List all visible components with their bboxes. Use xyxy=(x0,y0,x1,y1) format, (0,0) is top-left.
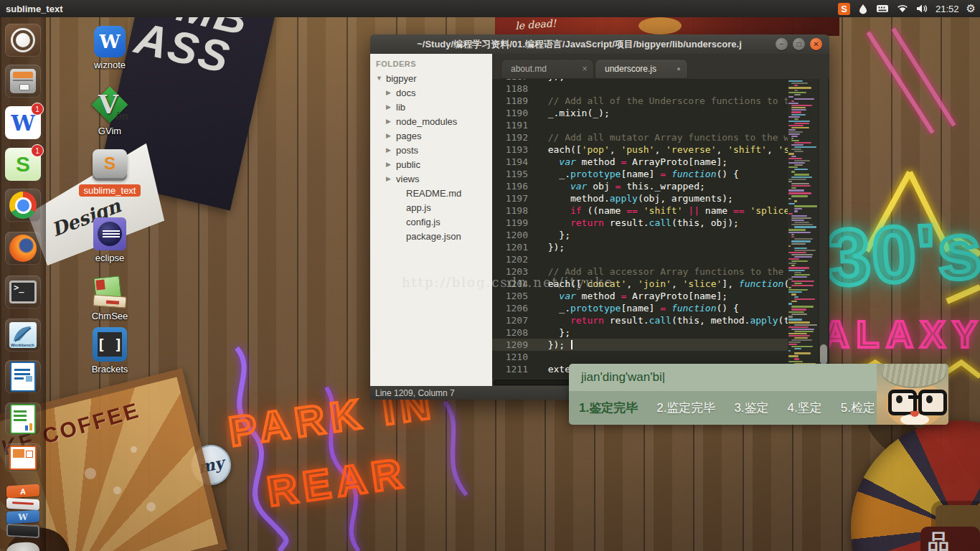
window-title: ~/Study/编程学习资料/01.编程语言/JavaScript/项目/big… xyxy=(370,38,770,51)
code-line-1190[interactable]: 1190 _.mixin(_); xyxy=(492,107,788,119)
code-line-1206[interactable]: 1206 _.prototype[name] = function() { xyxy=(492,302,788,314)
code-line-1188[interactable]: 1188 xyxy=(492,83,788,95)
notification-badge: 1 xyxy=(31,103,44,116)
code-line-1202[interactable]: 1202 xyxy=(492,253,788,265)
launcher-folded-a[interactable]: A xyxy=(6,484,39,498)
tab-close-icon[interactable]: × xyxy=(575,64,594,74)
top-menu-bar: sublime_text S 21:52 ⚙ xyxy=(0,0,980,17)
wifi-icon[interactable] xyxy=(896,4,909,14)
launcher-folded-dark[interactable] xyxy=(6,524,39,538)
code-line-1194[interactable]: 1194 var method = ArrayProto[name]; xyxy=(492,156,788,168)
maximize-button[interactable]: □ xyxy=(793,38,805,50)
tree-label: node_modules xyxy=(396,116,457,127)
code-editor[interactable]: 1187 });11881189 // Add all of the Under… xyxy=(492,79,788,379)
tab-about.md[interactable]: about.md× xyxy=(501,59,594,79)
tab-underscore.js[interactable]: underscore.js● xyxy=(595,59,688,79)
launcher-terminal[interactable]: >_ xyxy=(5,276,41,309)
line-number: 1204 xyxy=(492,278,537,290)
sidebar-root-bigpyer[interactable]: ▼bigpyer xyxy=(370,71,492,85)
vertical-scrollbar[interactable] xyxy=(819,79,828,379)
sublime-tray-icon[interactable]: S xyxy=(838,3,850,15)
code-line-1191[interactable]: 1191 xyxy=(492,119,788,131)
desktop-icon-wiznote[interactable]: W wiznote xyxy=(77,26,142,70)
vertical-scroll-thumb[interactable] xyxy=(820,344,827,364)
code-line-1204[interactable]: 1204 each(['concat', 'join', 'slice'], f… xyxy=(492,278,788,290)
line-number: 1191 xyxy=(492,119,537,131)
line-number: 1199 xyxy=(492,217,537,229)
line-number: 1200 xyxy=(492,229,537,241)
desktop-icon-eclipse[interactable]: eclipse xyxy=(77,217,142,263)
sidebar-folder-posts[interactable]: ▶posts xyxy=(370,143,492,157)
code-line-1195[interactable]: 1195 _.prototype[name] = function() { xyxy=(492,168,788,180)
code-line-1193[interactable]: 1193 each(['pop', 'push', 'reverse', 'sh… xyxy=(492,143,788,156)
code-line-1201[interactable]: 1201 }); xyxy=(492,241,788,253)
ime-candidate-2[interactable]: 2.监定完毕 xyxy=(656,400,715,416)
session-gear-icon[interactable]: ⚙ xyxy=(966,2,976,15)
tree-arrow-icon: ▶ xyxy=(386,175,393,182)
code-line-1209[interactable]: 1209 }); xyxy=(492,339,788,351)
launcher-wps-spreadsheet[interactable]: S 1 xyxy=(5,148,41,181)
tab-label: about.md xyxy=(501,64,575,74)
keyboard-input-icon[interactable] xyxy=(876,4,889,14)
code-line-1197[interactable]: 1197 method.apply(obj, arguments); xyxy=(492,192,788,204)
launcher-lo-calc[interactable] xyxy=(5,402,41,435)
launcher-folded-w[interactable]: W xyxy=(6,510,39,524)
launcher-folded-pen[interactable] xyxy=(6,498,39,510)
sidebar-file-app.js[interactable]: app.js xyxy=(370,200,492,215)
line-number: 1196 xyxy=(492,180,537,192)
cloud-icon[interactable] xyxy=(857,3,869,14)
tab-dirty-dot-icon[interactable]: ● xyxy=(669,65,688,72)
sidebar-file-config.js[interactable]: config.js xyxy=(370,215,492,229)
launcher-dash[interactable] xyxy=(5,24,41,57)
minimize-button[interactable]: − xyxy=(776,38,788,50)
sidebar-folder-node_modules[interactable]: ▶node_modules xyxy=(370,114,492,128)
clock[interactable]: 21:52 xyxy=(936,4,959,14)
volume-icon[interactable] xyxy=(916,4,928,14)
launcher-chrome[interactable] xyxy=(5,189,41,222)
sidebar-folder-public[interactable]: ▶public xyxy=(370,157,492,171)
ime-candidate-1[interactable]: 1.鉴定完毕 xyxy=(579,400,638,416)
code-line-1203[interactable]: 1203 // Add all accessor Array functions… xyxy=(492,265,788,278)
desktop-icon-brackets[interactable]: [ ] Brackets xyxy=(77,327,142,375)
code-line-1205[interactable]: 1205 var method = ArrayProto[name]; xyxy=(492,290,788,302)
launcher-files[interactable] xyxy=(5,65,41,98)
text-caret xyxy=(571,340,573,349)
launcher-lo-writer[interactable] xyxy=(5,360,41,393)
window-titlebar[interactable]: ~/Study/编程学习资料/01.编程语言/JavaScript/项目/big… xyxy=(370,34,829,55)
tree-label: docs xyxy=(396,88,415,98)
sidebar-folder-lib[interactable]: ▶lib xyxy=(370,100,492,114)
sidebar-folder-docs[interactable]: ▶docs xyxy=(370,85,492,100)
code-line-1192[interactable]: 1192 // Add all mutator Array functions … xyxy=(492,131,788,143)
sidebar-folder-pages[interactable]: ▶pages xyxy=(370,128,492,143)
ime-candidate-4[interactable]: 4.坚定 xyxy=(788,400,822,416)
sidebar-file-README.md[interactable]: README.md xyxy=(370,186,492,200)
launcher-firefox[interactable] xyxy=(5,232,41,265)
line-number: 1192 xyxy=(492,131,537,143)
line-number: 1193 xyxy=(492,143,537,156)
sidebar-file-package.json[interactable]: package.json xyxy=(370,229,492,243)
launcher-trash[interactable] xyxy=(6,542,39,551)
desktop-icon-gvim[interactable]: V im GVim xyxy=(77,86,142,136)
sidebar-folder-views[interactable]: ▶views xyxy=(370,171,492,186)
launcher-mysql-workbench[interactable]: Workbench xyxy=(5,319,41,352)
ime-candidate-3[interactable]: 3.鉴定 xyxy=(734,400,768,416)
line-number: 1189 xyxy=(492,95,537,107)
code-line-1210[interactable]: 1210 xyxy=(492,351,788,363)
code-line-1200[interactable]: 1200 }; xyxy=(492,229,788,241)
code-line-1207[interactable]: 1207 return result.call(this, method.app… xyxy=(492,314,788,326)
launcher-wps-writer[interactable]: W 1 xyxy=(5,106,41,139)
tab-bar: about.md×underscore.js● xyxy=(492,54,829,79)
code-line-1199[interactable]: 1199 return result.call(this, obj); xyxy=(492,217,788,229)
code-line-1196[interactable]: 1196 var obj = this._wrapped; xyxy=(492,180,788,192)
minimap[interactable] xyxy=(788,79,818,379)
code-line-1208[interactable]: 1208 }; xyxy=(492,326,788,339)
line-number: 1202 xyxy=(492,253,537,265)
code-line-1198[interactable]: 1198 if ((name == 'shift' || name == 'sp… xyxy=(492,204,788,217)
close-button[interactable]: ✕ xyxy=(810,38,822,50)
launcher-lo-impress[interactable] xyxy=(5,443,41,472)
desktop-icon-sublime[interactable]: S sublime_text xyxy=(77,149,142,197)
tab-label: underscore.js xyxy=(595,64,669,74)
ime-candidate-5[interactable]: 5.检定 xyxy=(841,400,875,416)
code-line-1189[interactable]: 1189 // Add all of the Underscore functi… xyxy=(492,95,788,107)
desktop-icon-chmsee[interactable]: ChmSee xyxy=(77,276,142,321)
